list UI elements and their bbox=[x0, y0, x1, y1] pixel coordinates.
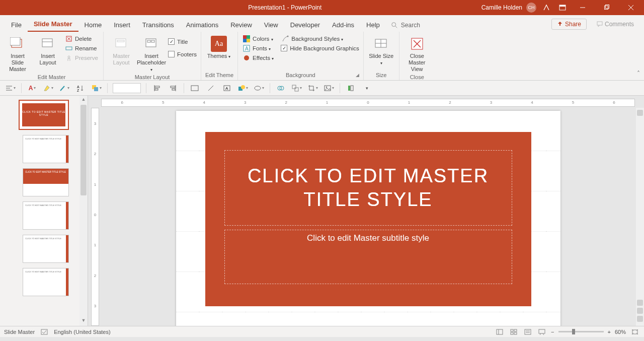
thumb-layout-3[interactable]: CLICK TO EDIT MASTER TITLE STYLE bbox=[23, 201, 69, 230]
more-commands-button[interactable]: ▾ bbox=[361, 83, 372, 94]
thumb-layout-5[interactable]: CLICK TO EDIT MASTER TITLE STYLE bbox=[23, 268, 69, 296]
delete-icon bbox=[65, 35, 72, 42]
merge-shapes-button[interactable] bbox=[275, 83, 286, 94]
tab-developer[interactable]: Developer bbox=[284, 17, 326, 32]
tab-view[interactable]: View bbox=[258, 17, 284, 32]
title-placeholder[interactable]: CLICK TO EDIT MASTER TITLE STYLE bbox=[224, 150, 512, 226]
picture-button[interactable] bbox=[324, 83, 335, 94]
slide-master-preview[interactable]: CLICK TO EDIT MASTER TITLE STYLE Click t… bbox=[176, 111, 560, 326]
scroll-down-icon[interactable]: ▼ bbox=[80, 318, 87, 325]
touch-mode-icon[interactable] bbox=[540, 2, 552, 14]
title-checkbox[interactable]: ✓ Title bbox=[168, 38, 197, 45]
selection-pane-button[interactable] bbox=[345, 83, 356, 94]
footers-checkbox[interactable]: Footers bbox=[168, 50, 197, 58]
sorter-view-button[interactable] bbox=[509, 328, 519, 336]
thumb-scrollbar[interactable]: ▲ ▼ bbox=[79, 96, 88, 326]
tab-addins[interactable]: Add-ins bbox=[326, 17, 360, 32]
align-objects-right-button[interactable] bbox=[168, 83, 179, 94]
normal-view-button[interactable] bbox=[495, 328, 505, 336]
svg-rect-25 bbox=[243, 35, 247, 39]
user-avatar[interactable]: CH bbox=[526, 3, 536, 13]
svg-point-57 bbox=[241, 85, 245, 89]
fonts-label: Fonts ▾ bbox=[253, 45, 271, 51]
thumb-layout-2[interactable]: CLICK TO EDIT MASTER TITLE STYLE bbox=[23, 168, 69, 196]
crop-button[interactable] bbox=[307, 83, 318, 94]
canvas-scrollbar[interactable] bbox=[636, 108, 644, 326]
tab-slide-master[interactable]: Slide Master bbox=[28, 16, 78, 32]
subtitle-placeholder[interactable]: Click to edit Master subtitle style bbox=[224, 230, 512, 284]
align-objects-left-button[interactable] bbox=[151, 83, 163, 94]
fit-to-window-button[interactable] bbox=[630, 328, 640, 336]
tab-help[interactable]: Help bbox=[360, 17, 386, 32]
hide-bg-checkbox[interactable]: ✓ Hide Background Graphics bbox=[281, 44, 359, 52]
insert-layout-button[interactable]: Insert Layout bbox=[34, 35, 61, 66]
delete-button[interactable]: Delete bbox=[64, 35, 99, 43]
tab-animations[interactable]: Animations bbox=[180, 17, 224, 32]
share-button[interactable]: Share bbox=[551, 19, 587, 30]
insert-placeholder-button[interactable]: Insert Placeholder ▾ bbox=[138, 35, 165, 73]
tab-insert[interactable]: Insert bbox=[108, 17, 136, 32]
reading-view-button[interactable] bbox=[523, 328, 533, 336]
insert-slide-master-label: Insert Slide Master bbox=[4, 53, 31, 73]
scroll-thumb[interactable] bbox=[80, 105, 87, 195]
insert-rectangle-button[interactable] bbox=[189, 83, 200, 94]
zoom-slider-knob[interactable] bbox=[572, 329, 575, 334]
collapse-ribbon-button[interactable]: ˄ bbox=[637, 70, 640, 77]
prev-slide-icon[interactable] bbox=[637, 308, 643, 314]
align-para-button[interactable] bbox=[5, 83, 16, 94]
ribbon-display-icon[interactable] bbox=[556, 2, 569, 14]
thumb-layout-4[interactable]: CLICK TO EDIT MASTER TITLE STYLE bbox=[23, 235, 69, 263]
sort-button[interactable]: AZ bbox=[75, 83, 86, 94]
comments-button[interactable]: Comments bbox=[592, 19, 639, 29]
next-slide-icon[interactable] bbox=[637, 316, 643, 322]
close-window-button[interactable] bbox=[621, 0, 641, 15]
insert-line-button[interactable] bbox=[205, 83, 216, 94]
scroll-down-icon[interactable] bbox=[637, 300, 643, 306]
thumb-slide-master[interactable]: CLICK TO EDIT MASTER TITLE STYLE bbox=[19, 100, 69, 130]
minimize-button[interactable] bbox=[573, 0, 593, 15]
slide-size-button[interactable]: Slide Size ▾ bbox=[368, 35, 395, 66]
tab-transitions[interactable]: Transitions bbox=[136, 17, 180, 32]
preserve-button[interactable]: Preserve bbox=[64, 54, 99, 62]
user-name[interactable]: Camille Holden bbox=[481, 4, 522, 11]
insert-slide-master-button[interactable]: Insert Slide Master bbox=[4, 35, 31, 73]
zoom-level[interactable]: 60% bbox=[615, 329, 626, 335]
close-master-view-button[interactable]: Close Master View bbox=[404, 35, 431, 73]
fonts-button[interactable]: A Fonts ▾ bbox=[242, 44, 275, 52]
insert-oval-button[interactable] bbox=[254, 83, 265, 94]
zoom-in-button[interactable]: + bbox=[608, 329, 611, 335]
thumb-layout-1[interactable]: CLICK TO EDIT MASTER TITLE STYLE bbox=[23, 135, 69, 163]
status-mode[interactable]: Slide Master bbox=[4, 329, 35, 335]
maximize-button[interactable] bbox=[597, 0, 617, 15]
status-language[interactable]: English (United States) bbox=[54, 329, 111, 335]
colors-button[interactable]: Colors ▾ bbox=[242, 35, 275, 43]
insert-textbox-button[interactable]: A bbox=[221, 83, 232, 94]
tab-file[interactable]: File bbox=[5, 17, 28, 32]
svg-text:A: A bbox=[245, 46, 249, 51]
text-effects-button[interactable] bbox=[59, 83, 70, 94]
themes-button[interactable]: Aa Themes ▾ bbox=[205, 35, 232, 59]
slideshow-view-button[interactable] bbox=[537, 328, 547, 336]
rename-button[interactable]: Rename bbox=[64, 44, 99, 52]
search-box[interactable]: Search bbox=[386, 19, 425, 32]
shape-style-gallery[interactable] bbox=[113, 83, 141, 93]
scroll-up-icon[interactable] bbox=[637, 110, 643, 116]
tab-review[interactable]: Review bbox=[224, 17, 258, 32]
insert-shape-button[interactable] bbox=[237, 83, 249, 94]
title-checkbox-label: Title bbox=[177, 39, 188, 45]
thumbnail-pane[interactable]: CLICK TO EDIT MASTER TITLE STYLE CLICK T… bbox=[0, 96, 88, 326]
tab-home[interactable]: Home bbox=[78, 17, 108, 32]
spellcheck-icon[interactable] bbox=[41, 329, 48, 335]
zoom-slider[interactable] bbox=[558, 331, 604, 332]
background-dialog-launcher[interactable]: ◢ bbox=[356, 73, 362, 79]
effects-button[interactable]: Effects ▾ bbox=[242, 54, 275, 62]
arrange-button[interactable] bbox=[91, 83, 102, 94]
svg-point-7 bbox=[392, 23, 396, 27]
slide-canvas[interactable]: CLICK TO EDIT MASTER TITLE STYLE Click t… bbox=[101, 108, 635, 326]
highlight-button[interactable] bbox=[43, 83, 54, 94]
background-styles-button[interactable]: Background Styles ▾ bbox=[281, 35, 359, 43]
font-color-button[interactable]: A bbox=[27, 83, 38, 94]
zoom-out-button[interactable]: − bbox=[551, 329, 554, 335]
group-button[interactable] bbox=[291, 83, 302, 94]
scroll-up-icon[interactable]: ▲ bbox=[80, 97, 87, 104]
